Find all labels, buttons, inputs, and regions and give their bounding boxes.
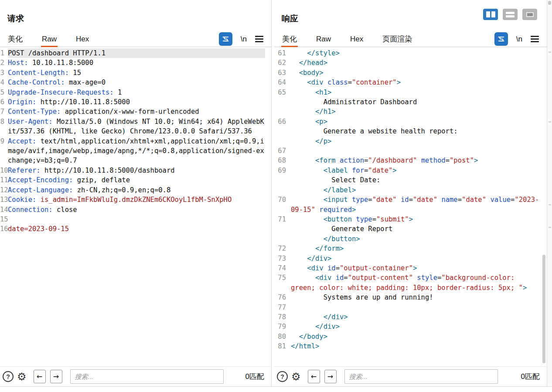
line-number: 64 [274, 78, 291, 87]
scroll-marker [549, 51, 551, 53]
panel-divider[interactable] [271, 0, 274, 386]
code-line: 65 <h1> Administrator Dashboard </h1> [274, 88, 541, 117]
match-count: 0匹配 [245, 372, 264, 382]
code-text: Cookie: is_admin=ImFkbWluIg.dmzDkZNEm6CK… [8, 195, 265, 205]
code-line: 79 </div> [274, 322, 541, 331]
line-number: 81 [274, 341, 291, 351]
hamburger-menu-icon[interactable] [255, 36, 263, 42]
search-input[interactable] [70, 369, 224, 384]
response-editor-wrap: 61 </style>62 </head>63 <body>64 <div cl… [274, 47, 547, 366]
line-number: 16 [0, 224, 8, 234]
code-line: 15 [0, 215, 265, 224]
line-number: 10 [0, 166, 8, 175]
request-editor[interactable]: 1POST /dashboard HTTP/1.12Host: 10.10.11… [0, 47, 271, 366]
line-number: 65 [274, 88, 291, 117]
line-number: 63 [274, 68, 291, 78]
code-text [291, 146, 541, 156]
code-line: 66 <p> Generate a website health report:… [274, 117, 541, 146]
line-number: 71 [274, 215, 291, 244]
code-text: Origin: http://10.10.11.8:5000 [8, 97, 265, 107]
line-number: 9 [0, 136, 8, 166]
line-number: 68 [274, 156, 291, 165]
code-text: Accept-Language: zh-CN,zh;q=0.9,en;q=0.8 [8, 185, 265, 195]
request-search-bar: ? ⚙ ← → 0匹配 [0, 366, 271, 386]
code-line: 68 <form action="/dashboard" method="pos… [274, 156, 541, 165]
tab-Raw[interactable]: Raw [316, 31, 331, 47]
help-icon[interactable]: ? [3, 371, 14, 382]
code-line: 12Accept-Language: zh-CN,zh;q=0.9,en;q=0… [0, 185, 265, 195]
line-number: 14 [0, 205, 8, 215]
code-line: 6Origin: http://10.10.11.8:5000 [0, 97, 265, 107]
code-text: <h1> Administrator Dashboard </h1> [291, 88, 541, 117]
line-number: 13 [0, 195, 8, 205]
code-text: Connection: close [8, 205, 265, 215]
search-next-button[interactable]: → [50, 370, 62, 383]
response-tab-icons: \n [494, 32, 539, 46]
tab-美化[interactable]: 美化 [8, 31, 23, 47]
request-tab-icons: \n [219, 32, 263, 46]
code-line: 71 <button type="submit"> Generate Repor… [274, 215, 541, 244]
beautify-glyph [221, 35, 230, 43]
search-next-button[interactable]: → [324, 370, 337, 383]
response-panel-header: 响应 [274, 0, 547, 31]
settings-gear-icon[interactable]: ⚙ [291, 372, 301, 382]
line-number: 6 [0, 97, 8, 107]
tab-Hex[interactable]: Hex [76, 31, 89, 47]
code-line: 67 [274, 146, 541, 156]
code-line: 74 <div id="output-container"> [274, 263, 541, 273]
code-line: 77 [274, 303, 541, 312]
search-prev-button[interactable]: ← [34, 370, 46, 383]
tab-页面渲染[interactable]: 页面渲染 [382, 31, 412, 47]
help-icon[interactable]: ? [277, 371, 288, 382]
line-number: 1 [0, 48, 8, 58]
code-line: 75 <div id="output-content" style="backg… [274, 273, 541, 293]
beautify-icon[interactable] [219, 32, 232, 46]
message-viewer: 请求 美化RawHex \n 1POST /dashboard HTTP/1.1… [0, 0, 552, 386]
newline-toggle-icon[interactable]: \n [516, 35, 522, 44]
single-pane-icon [526, 12, 534, 17]
window-edge-strip [547, 0, 552, 386]
layout-rows-button[interactable] [503, 9, 518, 20]
response-tabs: 美化RawHex页面渲染 [282, 31, 431, 47]
response-tabbar: 美化RawHex页面渲染 \n [274, 31, 547, 47]
code-line: 62 </head> [274, 58, 541, 68]
tab-美化[interactable]: 美化 [282, 31, 297, 47]
code-line: 78 </div> [274, 312, 541, 322]
response-scrollbar [542, 47, 546, 366]
code-text: </form> [291, 244, 541, 253]
request-tabs: 美化RawHex [8, 31, 108, 47]
line-number: 76 [274, 293, 291, 302]
newline-toggle-icon[interactable]: \n [241, 35, 247, 44]
tab-Raw[interactable]: Raw [42, 31, 57, 47]
response-scrollbar-thumb[interactable] [542, 255, 545, 363]
code-line: 2Host: 10.10.11.8:5000 [0, 58, 265, 68]
line-number: 7 [0, 107, 8, 116]
layout-single-button[interactable] [522, 9, 537, 20]
line-number: 15 [0, 215, 8, 224]
search-prev-button[interactable]: ← [308, 370, 320, 383]
tab-Hex[interactable]: Hex [350, 31, 363, 47]
scroll-marker [549, 121, 551, 123]
hamburger-menu-icon[interactable] [531, 36, 539, 42]
code-line: 14Connection: close [0, 205, 265, 215]
response-search-bar: ? ⚙ ← → 0匹配 [274, 366, 547, 386]
settings-gear-icon[interactable]: ⚙ [17, 372, 27, 382]
code-text: <div class="container"> [291, 78, 541, 87]
code-line: 72 </form> [274, 244, 541, 253]
layout-columns-button[interactable] [483, 9, 498, 20]
code-line: 81</html> [274, 341, 541, 351]
response-editor[interactable]: 61 </style>62 </head>63 <body>64 <div cl… [274, 47, 547, 366]
splitter-handle[interactable] [548, 1, 551, 5]
search-input[interactable] [344, 369, 498, 384]
line-number: 62 [274, 58, 291, 68]
code-text: </body> [291, 332, 541, 341]
line-number: 74 [274, 263, 291, 273]
line-number: 3 [0, 68, 8, 78]
code-text: <div id="output-container"> [291, 263, 541, 273]
request-panel-header: 请求 [0, 0, 271, 31]
code-text: POST /dashboard HTTP/1.1 [8, 48, 265, 58]
code-line: 76 Systems are up and running! [274, 293, 541, 302]
code-text: </style> [291, 48, 541, 58]
beautify-icon[interactable] [494, 32, 508, 46]
code-text: <label for="date"> Select Date: </label> [291, 166, 541, 195]
